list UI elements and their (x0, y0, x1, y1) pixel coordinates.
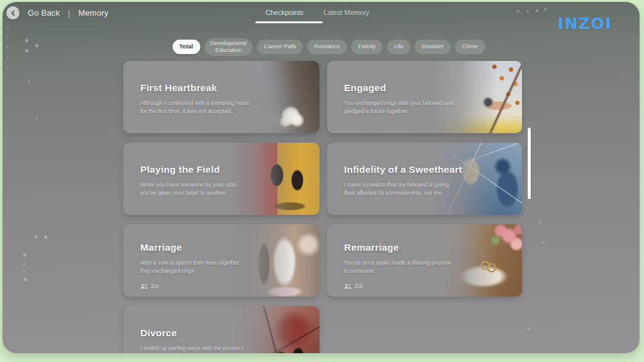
card-infidelity-of-a-sweetheart[interactable]: Infidelity of a Sweetheart I came to rea… (327, 143, 522, 215)
particle-dot (6, 46, 9, 48)
memory-card-grid: First Heartbreak Although I confessed wi… (123, 61, 522, 353)
card-title: Divorce (140, 327, 319, 339)
go-back-label[interactable]: Go Back (28, 8, 60, 18)
people-icon (344, 283, 352, 289)
particle-dot (539, 221, 541, 224)
particle-dot (23, 253, 26, 256)
particle-dot (544, 8, 547, 11)
particle-dot (6, 56, 9, 58)
particle-dot (28, 80, 30, 83)
particle-dot (44, 236, 47, 239)
card-first-heartbreak[interactable]: First Heartbreak Although I confessed wi… (123, 61, 319, 133)
filter-development-education[interactable]: Development/ Education (204, 38, 253, 56)
card-tag: Zoi (140, 283, 319, 289)
particle-dot (6, 26, 9, 28)
card-description: Although I confessed with a trembling he… (140, 99, 252, 115)
header-divider: | (68, 9, 70, 18)
header: Go Back | Memory (6, 6, 109, 19)
tab-bar: Checkpoints Latest Memory (265, 9, 369, 16)
tag-label: Zoi (151, 283, 159, 289)
filter-romance[interactable]: Romance (308, 40, 347, 54)
card-playing-the-field[interactable]: Playing the Field While you have someone… (123, 143, 319, 215)
back-button[interactable] (6, 6, 19, 19)
card-description: While you have someone by your side, you… (140, 181, 252, 197)
filter-total[interactable]: Total (172, 40, 200, 54)
card-description: I ended up parting ways with the person … (140, 344, 252, 353)
card-title: Playing the Field (140, 164, 319, 175)
card-divorce[interactable]: Divorce I ended up parting ways with the… (123, 306, 319, 353)
card-description: With a vow to spend their lives together… (140, 259, 252, 275)
particle-dot (542, 241, 545, 244)
inzoi-logo: INZOI (558, 14, 612, 33)
particle-dot (6, 36, 9, 38)
filter-crime[interactable]: Crime (455, 40, 485, 54)
particle-dot (23, 270, 25, 273)
particle-dot (24, 278, 27, 281)
filter-chip-row: Total Development/ Education Career Path… (172, 38, 485, 56)
particle-dot (536, 9, 538, 12)
particle-dot (6, 66, 9, 69)
particle-dot (35, 235, 38, 238)
filter-career-path[interactable]: Career Path (257, 40, 303, 54)
tag-label: Zoi (355, 283, 363, 289)
page-title: Memory (78, 8, 108, 18)
particle-dot (35, 44, 38, 47)
filter-disaster[interactable]: Disaster (415, 40, 451, 54)
people-icon (140, 283, 148, 289)
filter-life[interactable]: Life (387, 40, 411, 54)
chevron-left-icon (10, 10, 16, 16)
card-remarriage[interactable]: Remarriage You've once again made a life… (327, 224, 522, 297)
card-description: I came to realize that my beloved is giv… (344, 181, 454, 197)
card-title: Engaged (344, 82, 522, 94)
particle-dot (526, 10, 529, 13)
particle-dot (25, 49, 28, 52)
card-marriage[interactable]: Marriage With a vow to spend their lives… (123, 224, 319, 297)
card-engaged[interactable]: Engaged You exchanged rings with your be… (327, 61, 522, 133)
memory-panel: Go Back | Memory Checkpoints Latest Memo… (3, 2, 640, 353)
card-description: You've once again made a lifelong promis… (344, 259, 454, 275)
card-title: Marriage (140, 242, 319, 253)
card-title: Infidelity of a Sweetheart (344, 164, 522, 175)
particle-dot (25, 39, 28, 42)
tab-latest-memory[interactable]: Latest Memory (324, 9, 370, 16)
card-description: You exchanged rings with your beloved an… (344, 99, 469, 115)
active-tab-indicator (255, 21, 323, 23)
particle-dot (36, 117, 38, 119)
particle-dot (23, 263, 26, 265)
scrollbar-thumb[interactable] (528, 128, 531, 199)
filter-family[interactable]: Family (352, 40, 383, 54)
card-tag: Zoi (344, 283, 522, 289)
tab-checkpoints[interactable]: Checkpoints (265, 9, 304, 16)
card-title: First Heartbreak (140, 82, 319, 94)
card-title: Remarriage (344, 242, 522, 253)
particle-dot (527, 327, 530, 330)
particle-dot (517, 10, 519, 13)
